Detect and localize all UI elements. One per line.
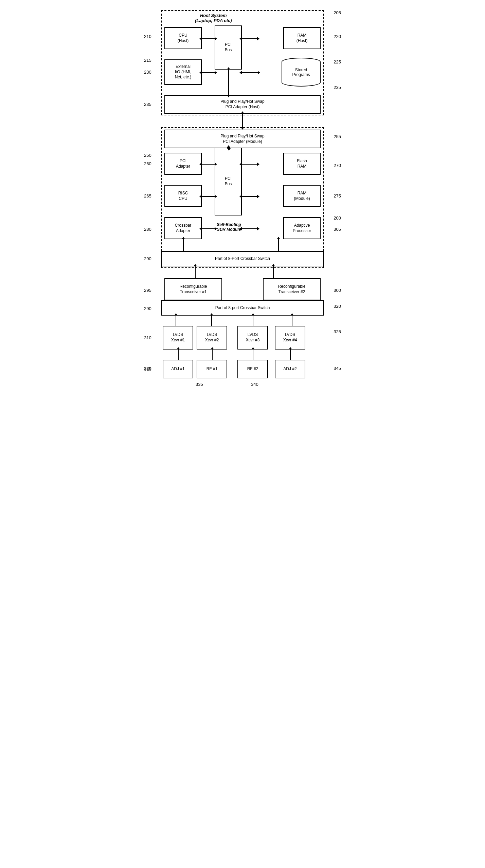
- arrow-pci-rammodule: [242, 196, 257, 197]
- arrow-pci-stored: [242, 72, 258, 73]
- arrow-pci-crossbar: [202, 228, 215, 229]
- adj2-block: ADJ #2: [275, 360, 305, 378]
- ref-280: 280: [144, 227, 151, 232]
- ref-290b: 290: [144, 306, 151, 311]
- stored-programs-block: StoredPrograms: [282, 58, 321, 87]
- ref-215: 215: [144, 58, 151, 63]
- ref-270: 270: [334, 163, 341, 168]
- arrow-pci-extio: [202, 72, 215, 73]
- crossbar-switch-1-block: Part of 8-Port Crossbar Switch: [161, 251, 324, 266]
- arrow-pci-flashram: [242, 164, 257, 165]
- arrow-cs2-1: [176, 316, 176, 326]
- arrow-pci-adaptive: [242, 228, 257, 229]
- arrow-pci-plug-host: [228, 70, 229, 95]
- ref-345: 345: [334, 366, 341, 371]
- reconfigurable-1-block: ReconfigurableTransceiver #1: [164, 278, 222, 300]
- crossbar-adapter-block: CrossbarAdapter: [164, 217, 202, 239]
- arrow-host-module: [242, 114, 243, 127]
- arrow-cs2-2: [211, 316, 212, 326]
- ref-295: 295: [144, 288, 151, 293]
- arrow-cs2-4: [292, 316, 292, 326]
- cpu-host-block: CPU(Host): [164, 27, 202, 49]
- crossbar-switch-2-block: Part of 8-port Crossbar Switch: [161, 300, 324, 316]
- plug-play-module-block: Plug and Play/Hot SwapPCI Adapter (Modul…: [164, 130, 321, 148]
- ref-210: 210: [144, 34, 151, 39]
- ref-250: 250: [144, 153, 151, 158]
- arrow-lvds4-down: [290, 350, 291, 360]
- arrow-adaptive-down: [278, 239, 279, 251]
- pci-adapter-block: PCIAdapter: [164, 153, 202, 175]
- host-system-title: Host System(Laptop, PDA etc): [195, 13, 232, 23]
- ref-255: 255: [334, 134, 341, 139]
- ref-275: 275: [334, 193, 341, 199]
- ref-265: 265: [144, 193, 151, 199]
- ref-330: 330: [144, 366, 151, 371]
- ref-325: 325: [334, 329, 341, 334]
- ram-host-block: RAM(Host): [283, 27, 321, 49]
- ref-235b: 235: [144, 102, 151, 107]
- lvds-4-block: LVDSXcvr #4: [275, 326, 305, 350]
- arrow-pci-risc: [202, 196, 215, 197]
- ref-300: 300: [334, 288, 341, 293]
- adaptive-processor-block: AdaptiveProcessor: [283, 217, 321, 239]
- external-io-block: ExternalI/O (HMI,Net, etc.): [164, 59, 202, 85]
- ref-260: 260: [144, 161, 151, 166]
- arrow-cs1-left-down: [195, 266, 196, 278]
- arrow-crossbar-down: [183, 239, 184, 251]
- risc-cpu-block: RISCCPU: [164, 185, 202, 207]
- ref-290a: 290: [144, 256, 151, 261]
- lvds-2-block: LVDSXcvr #2: [197, 326, 227, 350]
- ref-235a: 235: [334, 85, 341, 90]
- arrow-lvds1-down: [178, 350, 179, 360]
- ref-225: 225: [334, 59, 341, 64]
- ref-200: 200: [334, 215, 341, 221]
- arrow-lvds3-down: [253, 350, 253, 360]
- pci-bus-module-block: PCIBus: [215, 148, 242, 215]
- arrow-cs1-right-down: [273, 266, 274, 278]
- plug-play-host-block: Plug and Play/Hot SwapPCI Adapter (Host): [164, 95, 321, 114]
- arrow-cs2-3: [253, 316, 253, 326]
- arrow-pci-ram: [242, 38, 257, 39]
- ref-335: 335: [196, 382, 203, 387]
- arrow-lvds2-down: [212, 350, 213, 360]
- ref-305: 305: [334, 227, 341, 232]
- ref-340: 340: [251, 382, 258, 387]
- lvds-1-block: LVDSXcvr #1: [163, 326, 193, 350]
- ref-220: 220: [334, 34, 341, 39]
- ref-205: 205: [334, 10, 341, 15]
- ref-310: 310: [144, 335, 151, 340]
- self-booting-label: Self-BootingSDR Module: [207, 222, 251, 232]
- ref-320: 320: [334, 304, 341, 309]
- rf2-block: RF #2: [237, 360, 268, 378]
- arrow-pci-pciadapter: [202, 164, 215, 165]
- diagram: 205 Host System(Laptop, PDA etc) CPU(Hos…: [141, 7, 344, 380]
- arrow-cpu-pci: [202, 38, 215, 39]
- pci-bus-host-block: PCIBus: [215, 25, 242, 70]
- flash-ram-block: FlashRAM: [283, 153, 321, 175]
- ref-230: 230: [144, 70, 151, 75]
- lvds-3-block: LVDSXcvr #3: [237, 326, 268, 350]
- rf1-block: RF #1: [197, 360, 227, 378]
- ram-module-block: RAM(Module): [283, 185, 321, 207]
- adj1-block: ADJ #1: [163, 360, 193, 378]
- reconfigurable-2-block: ReconfigurableTransceiver #2: [263, 278, 321, 300]
